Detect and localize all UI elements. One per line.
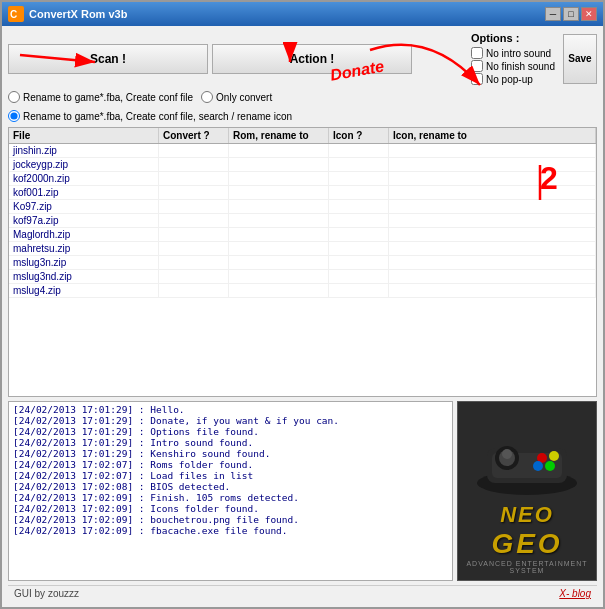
no-intro-sound-checkbox[interactable] (471, 47, 483, 59)
table-row[interactable]: kof97a.zip (9, 214, 596, 228)
col-rename: Rom, rename to (229, 128, 329, 143)
no-finish-sound-checkbox[interactable] (471, 60, 483, 72)
title-bar: C ConvertX Rom v3b ─ □ ✕ (2, 2, 603, 26)
action-button[interactable]: Action ! (212, 44, 412, 74)
scan-button[interactable]: Scan ! (8, 44, 208, 74)
cell-iconrename (389, 242, 596, 255)
neo-text: Donate NEO GEO ADVANCED ENTERTAINMENT SY… (462, 502, 592, 576)
col-convert: Convert ? (159, 128, 229, 143)
no-popup-label: No pop-up (486, 74, 533, 85)
table-header: File Convert ? Rom, rename to Icon ? Ico… (9, 128, 596, 144)
maximize-button[interactable]: □ (563, 7, 579, 21)
cell-convert (159, 172, 229, 185)
neo-geo-panel: Donate NEO GEO ADVANCED ENTERTAINMENT SY… (457, 401, 597, 581)
neo-subtitle: ADVANCED ENTERTAINMENT SYSTEM (462, 560, 592, 574)
minimize-button[interactable]: ─ (545, 7, 561, 21)
log-line: [24/02/2013 17:02:07] : Load files in li… (13, 470, 448, 481)
cell-convert (159, 242, 229, 255)
radio-option1: Rename to game*.fba, Create conf file (8, 91, 193, 103)
options-area: Options : No intro sound No finish sound… (471, 32, 597, 85)
svg-point-7 (502, 449, 512, 459)
log-line: [24/02/2013 17:02:07] : Roms folder foun… (13, 459, 448, 470)
cell-icon (329, 186, 389, 199)
joystick-image (472, 428, 582, 498)
log-line: [24/02/2013 17:02:09] : Finish. 105 roms… (13, 492, 448, 503)
cell-rename (229, 242, 329, 255)
save-button[interactable]: Save (563, 34, 597, 84)
cell-file: mslug4.zip (9, 284, 159, 297)
cell-iconrename (389, 228, 596, 241)
cell-icon (329, 242, 389, 255)
cell-file: Ko97.zip (9, 200, 159, 213)
cell-file: kof97a.zip (9, 214, 159, 227)
cell-convert (159, 284, 229, 297)
log-line: [24/02/2013 17:01:29] : Intro sound foun… (13, 437, 448, 448)
table-row[interactable]: jockeygp.zip (9, 158, 596, 172)
cell-icon (329, 214, 389, 227)
cell-file: mslug3nd.zip (9, 270, 159, 283)
table-row[interactable]: mahretsu.zip (9, 242, 596, 256)
table-row[interactable]: Maglordh.zip (9, 228, 596, 242)
cell-convert (159, 200, 229, 213)
main-table: File Convert ? Rom, rename to Icon ? Ico… (8, 127, 597, 397)
log-area: [24/02/2013 17:01:29] : Hello.[24/02/201… (8, 401, 453, 581)
table-row[interactable]: Ko97.zip (9, 200, 596, 214)
no-intro-sound-label: No intro sound (486, 48, 551, 59)
log-line: [24/02/2013 17:02:09] : Icons folder fou… (13, 503, 448, 514)
radio-option1-label: Rename to game*.fba, Create conf file (23, 92, 193, 103)
cell-iconrename (389, 270, 596, 283)
no-finish-sound-row: No finish sound (471, 60, 555, 72)
cell-rename (229, 214, 329, 227)
cell-icon (329, 228, 389, 241)
table-row[interactable]: mslug3n.zip (9, 256, 596, 270)
radio-option2-input[interactable] (201, 91, 213, 103)
no-intro-sound-row: No intro sound (471, 47, 555, 59)
cell-icon (329, 158, 389, 171)
cell-iconrename (389, 214, 596, 227)
no-finish-sound-label: No finish sound (486, 61, 555, 72)
log-line: [24/02/2013 17:02:08] : BIOS detected. (13, 481, 448, 492)
cell-iconrename (389, 172, 596, 185)
table-body[interactable]: jinshin.zip jockeygp.zip kof2000n.zip ko… (9, 144, 596, 396)
cell-file: kof001.zip (9, 186, 159, 199)
table-row[interactable]: jinshin.zip (9, 144, 596, 158)
cell-icon (329, 172, 389, 185)
cell-rename (229, 256, 329, 269)
main-content: Scan ! Action ! Options : No intro sound… (2, 26, 603, 607)
table-row[interactable]: mslug3nd.zip (9, 270, 596, 284)
cell-convert (159, 158, 229, 171)
table-row[interactable]: mslug4.zip (9, 284, 596, 298)
col-icon: Icon ? (329, 128, 389, 143)
cell-convert (159, 228, 229, 241)
window-title: ConvertX Rom v3b (29, 8, 127, 20)
options-title: Options : (471, 32, 555, 44)
table-row[interactable]: kof001.zip (9, 186, 596, 200)
close-button[interactable]: ✕ (581, 7, 597, 21)
svg-point-11 (533, 461, 543, 471)
cell-file: jockeygp.zip (9, 158, 159, 171)
table-row[interactable]: kof2000n.zip (9, 172, 596, 186)
main-window: C ConvertX Rom v3b ─ □ ✕ Scan ! Action !… (0, 0, 605, 609)
cell-file: Maglordh.zip (9, 228, 159, 241)
status-left: GUI by zouzzz (14, 588, 79, 599)
cell-iconrename (389, 186, 596, 199)
x-blog-link[interactable]: X- blog (559, 588, 591, 599)
options-checkboxes: Options : No intro sound No finish sound… (471, 32, 555, 85)
cell-convert (159, 144, 229, 157)
radio-option1-input[interactable] (8, 91, 20, 103)
cell-icon (329, 144, 389, 157)
radio-option3-input[interactable] (8, 110, 20, 122)
cell-iconrename (389, 256, 596, 269)
svg-text:C: C (10, 9, 17, 20)
cell-iconrename (389, 200, 596, 213)
cell-file: kof2000n.zip (9, 172, 159, 185)
log-line: [24/02/2013 17:01:29] : Hello. (13, 404, 448, 415)
no-popup-checkbox[interactable] (471, 73, 483, 85)
col-file: File (9, 128, 159, 143)
log-line: [24/02/2013 17:01:29] : Options file fou… (13, 426, 448, 437)
cell-icon (329, 200, 389, 213)
cell-file: mslug3n.zip (9, 256, 159, 269)
cell-convert (159, 214, 229, 227)
cell-rename (229, 144, 329, 157)
cell-rename (229, 172, 329, 185)
